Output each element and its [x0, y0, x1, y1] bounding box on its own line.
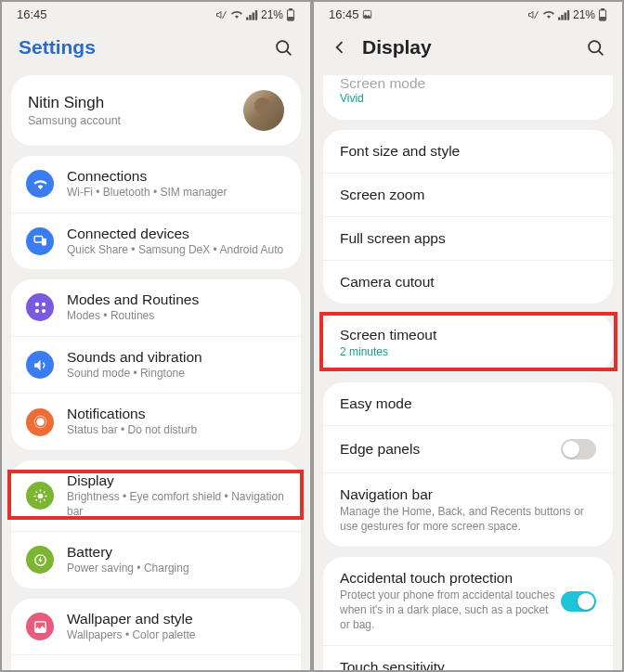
item-title: Wallpaper and style	[67, 611, 286, 627]
settings-item-modes-and-routines[interactable]: Modes and RoutinesModes • Routines	[11, 279, 301, 336]
screen-display: 16:45 21% Display Screen mode Vivid Font…	[312, 0, 624, 672]
settings-item-sounds-and-vibration[interactable]: Sounds and vibrationSound mode • Rington…	[11, 336, 301, 394]
svg-point-13	[41, 303, 45, 306]
wifi-icon	[542, 9, 555, 20]
svg-line-41	[599, 50, 604, 55]
item-accidental-touch-protection[interactable]: Accidental touch protectionProtect your …	[323, 557, 613, 645]
item-edge-panels[interactable]: Edge panels	[323, 425, 613, 472]
item-touch-sensitivity[interactable]: Touch sensitivityIncrease the touch sens…	[323, 645, 613, 670]
item-sub: Manage the Home, Back, and Recents butto…	[340, 505, 596, 534]
image-icon	[362, 9, 372, 19]
svg-rect-10	[34, 237, 43, 242]
item-navigation-bar[interactable]: Navigation barManage the Home, Back, and…	[323, 472, 613, 547]
settings-item-connected-devices[interactable]: Connected devicesQuick Share • Samsung D…	[11, 213, 301, 270]
wifi-icon	[230, 9, 243, 20]
item-title: Battery	[67, 544, 286, 561]
svg-point-14	[34, 309, 38, 313]
item-title: Easy mode	[340, 395, 596, 412]
svg-point-18	[37, 493, 43, 498]
sound-icon	[26, 351, 54, 379]
battery-icon	[286, 8, 295, 21]
display-content[interactable]: Screen mode Vivid Font size and styleScr…	[314, 75, 622, 670]
devices-icon	[26, 227, 54, 255]
battery-icon	[26, 546, 54, 574]
svg-line-24	[44, 499, 45, 500]
svg-rect-7	[288, 17, 292, 19]
toggle[interactable]	[561, 591, 596, 612]
settings-item-themes[interactable]: ThemesThemes • Wallpapers • Icons	[11, 654, 301, 670]
item-screen-mode[interactable]: Screen mode Vivid	[323, 75, 613, 120]
item-screen-zoom[interactable]: Screen zoom	[323, 173, 613, 216]
svg-point-40	[589, 41, 600, 52]
header: Display	[314, 23, 622, 75]
item-title: Font size and style	[340, 143, 596, 160]
display-group: Easy modeEdge panelsNavigation barManage…	[323, 382, 613, 547]
battery-icon	[598, 8, 607, 21]
svg-rect-2	[249, 15, 251, 20]
signal-icon	[558, 9, 570, 20]
status-time: 16:45	[329, 7, 372, 21]
display-group: Accidental touch protectionProtect your …	[323, 557, 613, 670]
item-title: Screen mode	[340, 75, 596, 92]
svg-line-9	[287, 50, 292, 55]
item-title: Touch sensitivity	[340, 659, 561, 670]
svg-rect-39	[600, 17, 604, 19]
item-sub: 2 minutes	[340, 345, 596, 360]
settings-item-display[interactable]: DisplayBrightness • Eye comfort shield •…	[11, 460, 301, 531]
svg-rect-38	[602, 8, 604, 9]
svg-rect-1	[246, 17, 248, 19]
item-full-screen-apps[interactable]: Full screen apps	[323, 216, 613, 260]
wallpaper-icon	[26, 613, 54, 640]
item-font-size-and-style[interactable]: Font size and style	[323, 130, 613, 173]
item-title: Connected devices	[67, 226, 286, 242]
item-title: Modes and Routines	[67, 291, 286, 308]
search-icon[interactable]	[586, 38, 605, 58]
settings-item-notifications[interactable]: NotificationsStatus bar • Do not disturb	[11, 393, 301, 450]
item-screen-timeout[interactable]: Screen timeout2 minutes	[323, 314, 613, 373]
item-title: Connections	[67, 168, 286, 185]
item-camera-cutout[interactable]: Camera cutout	[323, 260, 613, 304]
status-icons: 21%	[215, 8, 295, 21]
search-icon[interactable]	[274, 38, 293, 58]
settings-item-wallpaper-and-style[interactable]: Wallpaper and styleWallpapers • Color pa…	[11, 599, 301, 655]
status-bar: 16:45 21%	[2, 2, 310, 23]
back-icon[interactable]	[331, 38, 349, 57]
profile-card[interactable]: Nitin Singh Samsung account	[11, 75, 301, 146]
settings-item-battery[interactable]: BatteryPower saving • Charging	[11, 531, 301, 588]
settings-content[interactable]: Nitin Singh Samsung account ConnectionsW…	[2, 75, 310, 670]
display-icon	[26, 482, 54, 510]
settings-group: ConnectionsWi-Fi • Bluetooth • SIM manag…	[11, 156, 301, 269]
display-group: Screen timeout2 minutes	[323, 314, 613, 373]
item-title: Sounds and vibration	[67, 349, 286, 366]
svg-point-12	[34, 303, 38, 306]
item-title: Edge panels	[340, 441, 561, 458]
item-title: Accidental touch protection	[340, 570, 561, 587]
item-sub: Wi-Fi • Bluetooth • SIM manager	[67, 186, 286, 200]
item-sub: Vivid	[340, 92, 596, 107]
toggle[interactable]	[561, 439, 596, 459]
avatar[interactable]	[243, 90, 284, 131]
display-group: Font size and styleScreen zoomFull scree…	[323, 130, 613, 304]
item-sub: Protect your phone from accidental touch…	[340, 588, 561, 632]
item-sub: Quick Share • Samsung DeX • Android Auto	[67, 243, 286, 258]
svg-point-8	[277, 41, 288, 52]
svg-line-26	[44, 491, 45, 492]
svg-line-25	[35, 499, 36, 500]
item-easy-mode[interactable]: Easy mode	[323, 382, 613, 425]
item-sub: Status bar • Do not disturb	[67, 423, 286, 438]
svg-line-0	[222, 11, 226, 19]
item-title: Notifications	[67, 406, 286, 422]
mute-icon	[527, 9, 540, 20]
status-icons: 21%	[527, 8, 607, 21]
battery-pct: 21%	[573, 8, 595, 21]
svg-rect-6	[290, 8, 292, 9]
item-title: Screen timeout	[340, 327, 596, 343]
settings-group: Modes and RoutinesModes • RoutinesSounds…	[11, 279, 301, 450]
svg-rect-3	[252, 12, 254, 19]
settings-item-connections[interactable]: ConnectionsWi-Fi • Bluetooth • SIM manag…	[11, 156, 301, 213]
item-title: Display	[67, 472, 286, 489]
svg-point-16	[36, 418, 45, 426]
svg-line-23	[35, 491, 36, 492]
item-title: Themes	[67, 667, 286, 670]
mute-icon	[215, 9, 228, 20]
